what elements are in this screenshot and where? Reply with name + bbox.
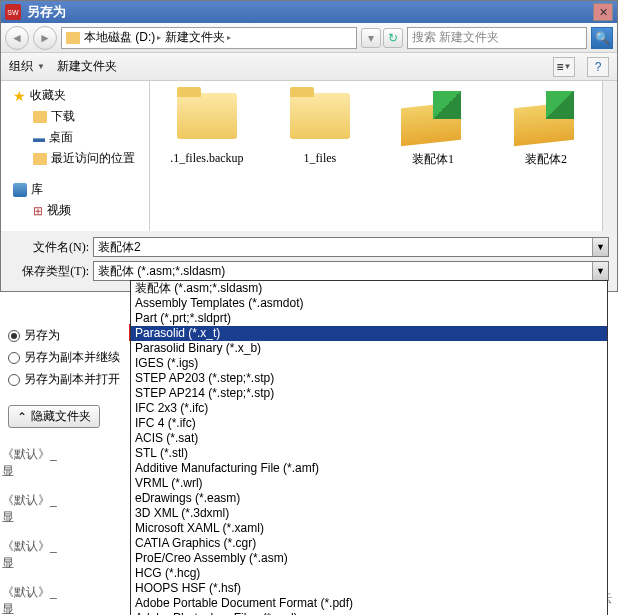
chevron-right-icon: ▸	[227, 33, 231, 42]
tree-item: 《默认》_显	[0, 486, 70, 532]
filetype-select[interactable]: 装配体 (*.asm;*.sldasm)▼	[93, 261, 609, 281]
sidebar-libraries[interactable]: 库	[3, 179, 147, 200]
radio-icon	[8, 352, 20, 364]
forward-button[interactable]: ►	[33, 26, 57, 50]
assembly-icon	[397, 87, 469, 147]
star-icon: ★	[13, 88, 26, 104]
back-button[interactable]: ◄	[5, 26, 29, 50]
radio-saveas[interactable]: 另存为	[8, 327, 126, 344]
view-button[interactable]: ≡▼	[553, 57, 575, 77]
close-button[interactable]: ✕	[593, 3, 613, 21]
filetype-option[interactable]: IFC 2x3 (*.ifc)	[131, 401, 607, 416]
folder-icon	[33, 111, 47, 123]
filetype-option[interactable]: Part (*.prt;*.sldprt)	[131, 311, 607, 326]
filetype-option[interactable]: 3D XML (*.3dxml)	[131, 506, 607, 521]
sidebar: ★收藏夹 下载 ▬桌面 最近访问的位置 库 ⊞视频	[1, 81, 150, 231]
library-icon	[13, 183, 27, 197]
file-item[interactable]: 1_files	[267, 87, 372, 166]
filetype-option[interactable]: HCG (*.hcg)	[131, 566, 607, 581]
filetype-option[interactable]: Assembly Templates (*.asmdot)	[131, 296, 607, 311]
desktop-icon: ▬	[33, 131, 45, 145]
folder-icon	[66, 32, 80, 44]
sidebar-downloads[interactable]: 下载	[3, 106, 147, 127]
folder-icon	[171, 87, 243, 147]
file-label: .1_files.backup	[170, 151, 243, 166]
refresh-button[interactable]: ↻	[383, 28, 403, 48]
filetype-option[interactable]: Parasolid (*.x_t)	[131, 326, 607, 341]
chevron-down-icon[interactable]: ▼	[592, 238, 608, 256]
filetype-option[interactable]: Microsoft XAML (*.xaml)	[131, 521, 607, 536]
save-as-dialog: SW 另存为 ✕ ◄ ► 本地磁盘 (D:)▸ 新建文件夹▸ ▾ ↻ 搜索 新建…	[0, 0, 618, 292]
radio-saveas-copy-open[interactable]: 另存为副本并打开	[8, 371, 126, 388]
nav-bar: ◄ ► 本地磁盘 (D:)▸ 新建文件夹▸ ▾ ↻ 搜索 新建文件夹 🔍	[1, 23, 617, 53]
help-button[interactable]: ?	[587, 57, 609, 77]
window-title: 另存为	[27, 3, 593, 21]
file-label: 装配体1	[412, 151, 454, 168]
filetype-option[interactable]: Additive Manufacturing File (*.amf)	[131, 461, 607, 476]
new-folder-button[interactable]: 新建文件夹	[57, 58, 117, 75]
file-area: .1_files.backup1_files装配体1装配体2	[150, 81, 602, 231]
tree-item: 《默认》_显	[0, 440, 70, 486]
path-drive[interactable]: 本地磁盘 (D:)▸	[84, 29, 161, 46]
app-icon: SW	[5, 4, 21, 20]
save-options: 另存为 另存为副本并继续 另存为副本并打开 ⌃隐藏文件夹	[8, 322, 126, 428]
filename-label: 文件名(N):	[9, 239, 89, 256]
filetype-option[interactable]: 装配体 (*.asm;*.sldasm)	[131, 281, 607, 296]
chevron-up-icon: ⌃	[17, 410, 27, 424]
assembly-icon	[510, 87, 582, 147]
background-tree: 《默认》_显 《默认》_显 《默认》_显 《默认》_显	[0, 440, 70, 615]
filetype-option[interactable]: VRML (*.wrl)	[131, 476, 607, 491]
filetype-option[interactable]: STL (*.stl)	[131, 446, 607, 461]
filetype-label: 保存类型(T):	[9, 263, 89, 280]
filetype-option[interactable]: STEP AP203 (*.step;*.stp)	[131, 371, 607, 386]
radio-icon	[8, 330, 20, 342]
filetype-option[interactable]: Adobe Portable Document Format (*.pdf)	[131, 596, 607, 611]
filetype-option[interactable]: HOOPS HSF (*.hsf)	[131, 581, 607, 596]
filetype-option[interactable]: Parasolid Binary (*.x_b)	[131, 341, 607, 356]
file-label: 装配体2	[525, 151, 567, 168]
filetype-option[interactable]: CATIA Graphics (*.cgr)	[131, 536, 607, 551]
filetype-option[interactable]: eDrawings (*.easm)	[131, 491, 607, 506]
radio-icon	[8, 374, 20, 386]
chevron-down-icon[interactable]: ▼	[592, 262, 608, 280]
filetype-option[interactable]: IGES (*.igs)	[131, 356, 607, 371]
sidebar-desktop[interactable]: ▬桌面	[3, 127, 147, 148]
sidebar-videos[interactable]: ⊞视频	[3, 200, 147, 221]
folder-icon	[284, 87, 356, 147]
file-item[interactable]: .1_files.backup	[154, 87, 259, 166]
file-label: 1_files	[304, 151, 337, 166]
filename-input[interactable]: 装配体2▼	[93, 237, 609, 257]
chevron-down-icon: ▼	[37, 62, 45, 71]
toolbar: 组织▼ 新建文件夹 ≡▼ ?	[1, 53, 617, 81]
filetype-option[interactable]: IFC 4 (*.ifc)	[131, 416, 607, 431]
file-item[interactable]: 装配体1	[380, 87, 485, 168]
body: ★收藏夹 下载 ▬桌面 最近访问的位置 库 ⊞视频 .1_files.backu…	[1, 81, 617, 231]
search-input[interactable]: 搜索 新建文件夹	[407, 27, 587, 49]
hide-folders-button[interactable]: ⌃隐藏文件夹	[8, 405, 100, 428]
folder-icon	[33, 153, 47, 165]
chevron-right-icon: ▸	[157, 33, 161, 42]
organize-menu[interactable]: 组织▼	[9, 58, 45, 75]
filetype-option[interactable]: ProE/Creo Assembly (*.asm)	[131, 551, 607, 566]
path-box[interactable]: 本地磁盘 (D:)▸ 新建文件夹▸	[61, 27, 357, 49]
sidebar-favorites[interactable]: ★收藏夹	[3, 85, 147, 106]
filetype-option[interactable]: Adobe Photoshop Files (*.psd)	[131, 611, 607, 615]
dropdown-button[interactable]: ▾	[361, 28, 381, 48]
tree-item: 《默认》_显	[0, 578, 70, 615]
file-item[interactable]: 装配体2	[493, 87, 598, 168]
search-button[interactable]: 🔍	[591, 27, 613, 49]
filetype-option[interactable]: ACIS (*.sat)	[131, 431, 607, 446]
filetype-dropdown[interactable]: 装配体 (*.asm;*.sldasm)Assembly Templates (…	[130, 280, 608, 615]
sidebar-recent[interactable]: 最近访问的位置	[3, 148, 147, 169]
path-folder[interactable]: 新建文件夹▸	[165, 29, 231, 46]
radio-saveas-copy-continue[interactable]: 另存为副本并继续	[8, 349, 126, 366]
titlebar: SW 另存为 ✕	[1, 1, 617, 23]
filetype-option[interactable]: STEP AP214 (*.step;*.stp)	[131, 386, 607, 401]
vertical-scrollbar[interactable]	[602, 81, 617, 231]
tree-item: 《默认》_显	[0, 532, 70, 578]
